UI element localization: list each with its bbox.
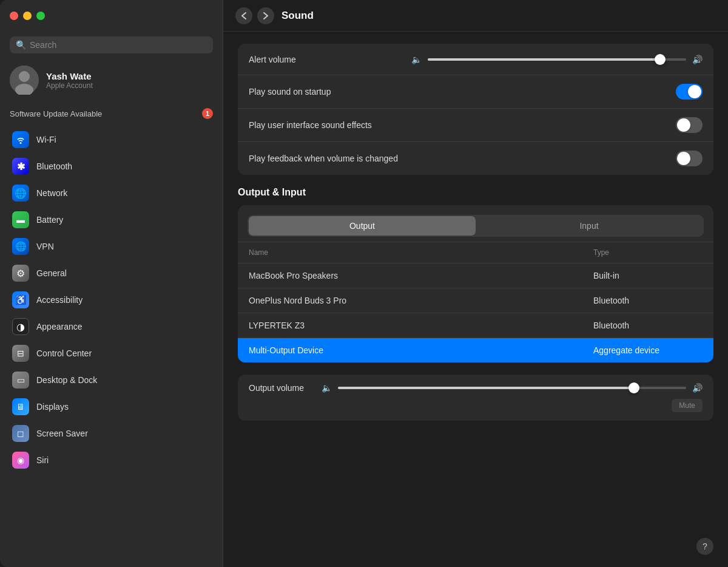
output-volume-low-icon: 🔈 [322, 383, 332, 393]
sidebar-item-wifi[interactable]: Wi-Fi [5, 126, 218, 153]
alert-volume-slider-row[interactable]: 🔈 🔊 [411, 55, 703, 64]
sidebar-item-label-screensaver: Screen Saver [36, 429, 88, 438]
desktopdock-icon: ▭ [12, 372, 29, 389]
output-volume-high-icon: 🔊 [692, 383, 703, 393]
help-icon: ? [703, 542, 707, 551]
displays-icon: 🖥 [12, 398, 29, 415]
sidebar-item-desktopdock[interactable]: ▭ Desktop & Dock [5, 367, 218, 393]
sidebar-item-label-controlcenter: Control Center [36, 348, 92, 358]
forward-button[interactable] [257, 7, 274, 24]
maximize-button[interactable] [36, 12, 45, 20]
software-update-label: Software Update Available [10, 109, 197, 118]
help-button[interactable]: ? [696, 538, 713, 555]
avatar [10, 66, 39, 95]
sidebar-item-label-battery: Battery [36, 215, 63, 225]
device-name-oneplus: OnePlus Nord Buds 3 Pro [249, 296, 593, 305]
user-info: Yash Wate Apple Account [46, 71, 93, 90]
device-row-macbook[interactable]: MacBook Pro Speakers Built-in [238, 263, 713, 288]
main-content: Sound Alert volume 🔈 🔊 [223, 0, 728, 567]
search-input[interactable]: Search [30, 40, 207, 50]
bluetooth-icon: ✱ [12, 158, 29, 175]
alert-volume-row: Alert volume 🔈 🔊 [238, 44, 713, 75]
accessibility-icon: ♿ [12, 291, 29, 308]
content-area: Alert volume 🔈 🔊 Play sound on startup [223, 32, 728, 443]
sidebar-item-battery[interactable]: ▬ Battery [5, 206, 218, 233]
output-volume-row: Output volume 🔈 🔊 [249, 383, 703, 393]
device-name-multioutput: Multi-Output Device [249, 345, 593, 355]
output-input-title: Output & Input [238, 187, 713, 198]
col-name-header: Name [249, 248, 593, 257]
tab-input[interactable]: Input [476, 216, 703, 236]
mute-button[interactable]: Mute [672, 399, 703, 412]
sidebar-item-label-wifi: Wi-Fi [36, 135, 56, 144]
screensaver-icon: ◻ [12, 425, 29, 442]
alert-volume-track[interactable] [428, 58, 686, 61]
sidebar-item-displays[interactable]: 🖥 Displays [5, 393, 218, 420]
minimize-button[interactable] [23, 12, 32, 20]
main-titlebar: Sound [223, 0, 728, 32]
close-button[interactable] [10, 12, 18, 20]
play-ui-sounds-label: Play user interface sound effects [249, 120, 372, 130]
sidebar-item-label-general: General [36, 268, 67, 278]
sidebar-item-label-desktopdock: Desktop & Dock [36, 375, 97, 385]
wifi-icon [12, 131, 29, 148]
sidebar-item-label-siri: Siri [36, 455, 49, 465]
play-ui-sounds-toggle[interactable] [676, 117, 703, 133]
play-feedback-label: Play feedback when volume is changed [249, 154, 398, 163]
user-subtitle: Apple Account [46, 81, 93, 90]
tab-output[interactable]: Output [249, 216, 476, 236]
user-section[interactable]: Yash Wate Apple Account [0, 61, 223, 103]
device-type-macbook: Built-in [593, 271, 703, 280]
sidebar-item-label-network: Network [36, 188, 67, 198]
search-bar[interactable]: 🔍 Search [10, 36, 213, 53]
output-volume-track[interactable] [338, 387, 686, 389]
sidebar-item-appearance[interactable]: ◑ Appearance [5, 313, 218, 340]
sidebar-item-bluetooth[interactable]: ✱ Bluetooth [5, 153, 218, 180]
user-name: Yash Wate [46, 71, 93, 81]
output-input-section: Output & Input Output Input Name Type [238, 187, 713, 421]
sidebar-item-screensaver[interactable]: ◻ Screen Saver [5, 420, 218, 447]
output-volume-section: Output volume 🔈 🔊 Mute [238, 375, 713, 421]
play-sound-startup-label: Play sound on startup [249, 87, 331, 97]
sidebar-item-vpn[interactable]: 🌐 VPN [5, 233, 218, 260]
alert-volume-label: Alert volume [249, 55, 296, 64]
output-volume-label: Output volume [249, 383, 322, 393]
tabs-container-row: Output Input [238, 205, 713, 242]
sidebar-item-network[interactable]: 🌐 Network [5, 180, 218, 206]
device-row-multioutput[interactable]: Multi-Output Device Aggregate device [238, 338, 713, 362]
play-feedback-toggle[interactable] [676, 151, 703, 166]
software-update-badge: 1 [202, 108, 213, 119]
sidebar-item-label-appearance: Appearance [36, 322, 83, 331]
vpn-icon: 🌐 [12, 238, 29, 255]
play-sound-startup-row: Play sound on startup [238, 75, 713, 109]
traffic-lights [10, 12, 45, 20]
device-name-macbook: MacBook Pro Speakers [249, 271, 593, 280]
sidebar-item-siri[interactable]: ◉ Siri [5, 447, 218, 474]
play-ui-sounds-row: Play user interface sound effects [238, 109, 713, 142]
back-button[interactable] [235, 7, 252, 24]
page-title: Sound [281, 10, 314, 22]
sidebar-item-label-displays: Displays [36, 402, 69, 412]
general-icon: ⚙ [12, 265, 29, 282]
play-sound-startup-toggle[interactable] [676, 84, 703, 100]
volume-low-icon: 🔈 [411, 55, 422, 64]
sidebar-item-label-bluetooth: Bluetooth [36, 161, 72, 171]
software-update[interactable]: Software Update Available 1 [0, 103, 223, 124]
device-row-lypertek[interactable]: LYPERTEK Z3 Bluetooth [238, 313, 713, 338]
device-row-oneplus[interactable]: OnePlus Nord Buds 3 Pro Bluetooth [238, 288, 713, 313]
device-type-multioutput: Aggregate device [593, 345, 703, 355]
device-name-lypertek: LYPERTEK Z3 [249, 321, 593, 330]
content-wrapper: Alert volume 🔈 🔊 Play sound on startup [223, 32, 728, 567]
search-icon: 🔍 [16, 40, 26, 50]
sidebar-item-accessibility[interactable]: ♿ Accessibility [5, 287, 218, 313]
siri-icon: ◉ [12, 452, 29, 469]
mute-button-label: Mute [679, 401, 695, 410]
play-feedback-row: Play feedback when volume is changed [238, 142, 713, 175]
sidebar: 🔍 Search Yash Wate Apple Account Softwar… [0, 0, 223, 567]
battery-icon: ▬ [12, 211, 29, 228]
device-table: Output Input Name Type MacBook Pro Speak… [238, 205, 713, 362]
sidebar-nav-list: Wi-Fi ✱ Bluetooth 🌐 Network ▬ Battery 🌐 … [0, 124, 223, 567]
device-type-oneplus: Bluetooth [593, 296, 703, 305]
sidebar-item-controlcenter[interactable]: ⊟ Control Center [5, 340, 218, 367]
sidebar-item-general[interactable]: ⚙ General [5, 260, 218, 287]
